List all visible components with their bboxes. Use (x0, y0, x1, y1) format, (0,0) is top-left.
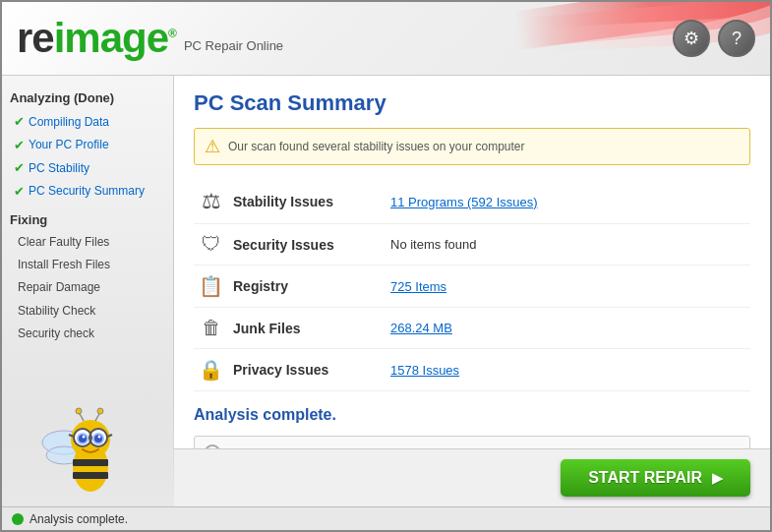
fixing-section-title: Fixing (10, 212, 165, 227)
table-row: ⚖ Stability Issues 11 Programs (592 Issu… (194, 180, 750, 224)
check-icon: ✔ (14, 112, 25, 132)
registry-value-cell: 725 Items (386, 266, 750, 308)
junk-files-value-cell: 268.24 MB (386, 308, 750, 349)
status-bar: Analysis complete. (2, 506, 770, 530)
sidebar-item-pc-security[interactable]: ✔ PC Security Summary (10, 180, 165, 204)
junk-files-link[interactable]: 268.24 MB (390, 321, 452, 335)
junk-files-label: Junk Files (228, 308, 386, 349)
mascot-area (2, 388, 174, 506)
sidebar: Analyzing (Done) ✔ Compiling Data ✔ Your… (2, 76, 174, 506)
privacy-issues-value-cell: 1578 Issues (386, 349, 750, 391)
stability-icon-cell: ⚖ (194, 180, 228, 224)
security-issues-label: Security Issues (228, 224, 386, 266)
sidebar-item-pc-stability[interactable]: ✔ PC Stability (10, 156, 165, 180)
status-text: Analysis complete. (30, 512, 128, 526)
junk-icon-cell: 🗑 (194, 308, 228, 349)
svg-rect-3 (73, 459, 108, 466)
fixing-section: Fixing Clear Faulty Files Install Fresh … (10, 212, 165, 345)
analysis-complete-text: Analysis complete. (194, 406, 750, 424)
security-issues-value-cell: No items found (386, 224, 750, 266)
svg-rect-4 (73, 472, 108, 479)
table-row: 🗑 Junk Files 268.24 MB (194, 308, 750, 349)
privacy-icon-cell: 🔒 (194, 349, 228, 391)
registry-label: Registry (228, 266, 386, 308)
shield-icon: 🛡 (202, 233, 221, 255)
balance-icon: ⚖ (202, 189, 221, 213)
svg-point-20 (76, 408, 82, 414)
body-area: Analyzing (Done) ✔ Compiling Data ✔ Your… (2, 76, 770, 506)
sidebar-item-clear-faulty[interactable]: Clear Faulty Files (10, 231, 165, 254)
table-row: 🔒 Privacy Issues 1578 Issues (194, 349, 750, 391)
check-icon: ✔ (14, 136, 25, 155)
issues-table: ⚖ Stability Issues 11 Programs (592 Issu… (194, 180, 750, 391)
sidebar-item-compiling-data[interactable]: ✔ Compiling Data (10, 110, 165, 134)
privacy-issues-label: Privacy Issues (228, 349, 386, 391)
stability-issues-value-cell: 11 Programs (592 Issues) (386, 180, 750, 224)
logo-re: re (17, 15, 54, 61)
logo: reimage® (17, 15, 176, 62)
main-content: PC Scan Summary ⚠ Our scan found several… (174, 76, 770, 506)
privacy-issues-link[interactable]: 1578 Issues (390, 363, 459, 378)
security-icon-cell: 🛡 (194, 224, 228, 266)
sidebar-item-repair-damage[interactable]: Repair Damage (10, 276, 165, 299)
play-icon: ▶ (712, 470, 723, 486)
main-footer: START REPAIR ▶ (174, 448, 770, 506)
start-repair-label: START REPAIR (588, 469, 702, 487)
warning-bar: ⚠ Our scan found several stability issue… (194, 128, 750, 165)
svg-point-22 (97, 408, 103, 414)
help-icon-button[interactable]: ? (718, 20, 755, 57)
table-row: 🛡 Security Issues No items found (194, 224, 750, 266)
sidebar-label-stability: PC Stability (29, 159, 89, 177)
logo-subtitle: PC Repair Online (184, 38, 283, 53)
tools-icon-button[interactable]: ⚙ (673, 20, 710, 57)
sidebar-label-profile: Your PC Profile (29, 136, 109, 153)
stability-issues-link[interactable]: 11 Programs (592 Issues) (390, 195, 538, 209)
registry-icon-cell: 📋 (194, 266, 228, 308)
sidebar-item-security-check[interactable]: Security check (10, 323, 165, 345)
check-icon: ✔ (14, 182, 25, 202)
sidebar-item-install-fresh[interactable]: Install Fresh Files (10, 254, 165, 276)
page-title: PC Scan Summary (194, 90, 750, 116)
start-repair-button[interactable]: START REPAIR ▶ (561, 459, 750, 497)
registry-link[interactable]: 725 Items (390, 279, 446, 294)
analyzing-section-title: Analyzing (Done) (10, 90, 165, 105)
logo-area: reimage® PC Repair Online (17, 15, 283, 62)
header-icons: ⚙ ? (673, 20, 755, 57)
registry-icon: 📋 (199, 275, 223, 297)
sidebar-label-security: PC Security Summary (29, 182, 145, 200)
privacy-icon: 🔒 (199, 359, 223, 381)
trash-icon: 🗑 (202, 317, 221, 338)
check-icon: ✔ (14, 158, 25, 178)
sidebar-item-stability-check[interactable]: Stability Check (10, 300, 165, 323)
sidebar-item-pc-profile[interactable]: ✔ Your PC Profile (10, 134, 165, 157)
app-window: reimage® PC Repair Online ⚙ ? Analyzing … (0, 0, 772, 532)
logo-image: image (54, 15, 168, 61)
warning-icon: ⚠ (205, 136, 220, 157)
warning-text: Our scan found several stability issues … (228, 140, 524, 153)
table-row: 📋 Registry 725 Items (194, 266, 750, 308)
logo-registered: ® (168, 27, 176, 40)
sidebar-label-compiling: Compiling Data (29, 113, 109, 131)
stability-issues-label: Stability Issues (228, 180, 386, 224)
status-dot-icon (12, 513, 24, 525)
license-key-dropdown[interactable]: I have a License Key ▼ (194, 436, 750, 448)
mascot-bee-svg (34, 398, 143, 506)
svg-point-13 (97, 436, 100, 439)
security-issues-value: No items found (390, 237, 476, 252)
main-scroll-area[interactable]: PC Scan Summary ⚠ Our scan found several… (174, 76, 770, 448)
svg-point-12 (82, 436, 85, 439)
header: reimage® PC Repair Online ⚙ ? (2, 2, 770, 76)
